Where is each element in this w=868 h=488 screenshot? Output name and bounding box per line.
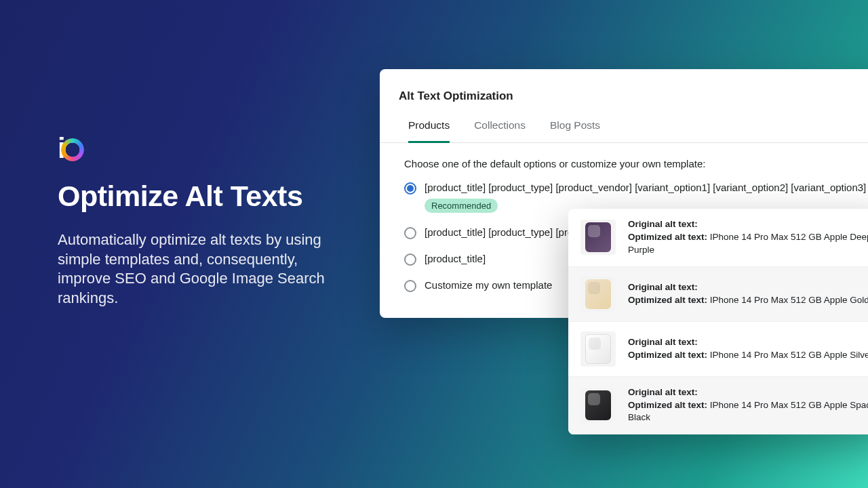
optimized-alt-label: Optimized alt text: — [628, 350, 710, 360]
product-thumbnail — [580, 388, 616, 423]
preview-panel: Original alt text:Optimized alt text: IP… — [568, 209, 868, 434]
tab-products[interactable]: Products — [408, 119, 450, 143]
preview-text: Original alt text:Optimized alt text: IP… — [628, 336, 868, 362]
original-alt-label: Original alt text: — [628, 219, 698, 229]
product-thumbnail — [580, 277, 616, 312]
hero-headline: Optimize Alt Texts — [58, 180, 342, 213]
option-label: [product_title] [product_type] [product_… — [425, 182, 866, 193]
phone-icon — [585, 222, 611, 252]
original-alt-label: Original alt text: — [628, 337, 698, 347]
optimized-alt-value: IPhone 14 Pro Max 512 GB Apple Silver — [710, 350, 868, 360]
original-alt-label: Original alt text: — [628, 387, 698, 397]
preview-row: Original alt text:Optimized alt text: IP… — [568, 322, 868, 377]
option-body: Customize my own template — [425, 279, 552, 291]
optimized-alt-label: Optimized alt text: — [628, 295, 710, 305]
template-prompt: Choose one of the default options or cus… — [380, 143, 868, 182]
product-thumbnail — [580, 220, 616, 255]
preview-row: Original alt text:Optimized alt text: IP… — [568, 377, 868, 435]
optimized-alt-label: Optimized alt text: — [628, 400, 710, 410]
hero-description: Automatically optimize alt texts by usin… — [58, 230, 342, 308]
preview-text: Original alt text:Optimized alt text: IP… — [628, 386, 868, 425]
option-label: [product_title] — [425, 253, 486, 264]
preview-text: Original alt text:Optimized alt text: IP… — [628, 281, 868, 307]
hero-panel: i Optimize Alt Texts Automatically optim… — [58, 132, 342, 308]
preview-row: Original alt text:Optimized alt text: IP… — [568, 209, 868, 267]
logo-swirl-icon — [61, 138, 84, 161]
radio-icon[interactable] — [404, 227, 416, 239]
preview-text: Original alt text:Optimized alt text: IP… — [628, 218, 868, 257]
tab-blog-posts[interactable]: Blog Posts — [550, 119, 600, 143]
tab-collections[interactable]: Collections — [474, 119, 526, 143]
tabs: ProductsCollectionsBlog Posts — [380, 103, 868, 143]
option-label: Customize my own template — [425, 279, 552, 291]
phone-icon — [585, 390, 611, 420]
original-alt-label: Original alt text: — [628, 282, 698, 292]
optimized-alt-label: Optimized alt text: — [628, 232, 710, 242]
recommended-badge: Recommended — [425, 199, 498, 213]
option-body: [product_title] — [425, 253, 486, 264]
logo: i — [58, 132, 96, 165]
radio-icon[interactable] — [404, 253, 416, 266]
card-title: Alt Text Optimization — [380, 85, 868, 103]
radio-icon[interactable] — [404, 280, 416, 292]
preview-row: Original alt text:Optimized alt text: IP… — [568, 267, 868, 322]
phone-icon — [585, 279, 611, 309]
product-thumbnail — [580, 331, 616, 367]
optimized-alt-value: IPhone 14 Pro Max 512 GB Apple Gold — [710, 295, 868, 305]
radio-icon[interactable] — [404, 182, 416, 195]
phone-icon — [585, 334, 611, 364]
